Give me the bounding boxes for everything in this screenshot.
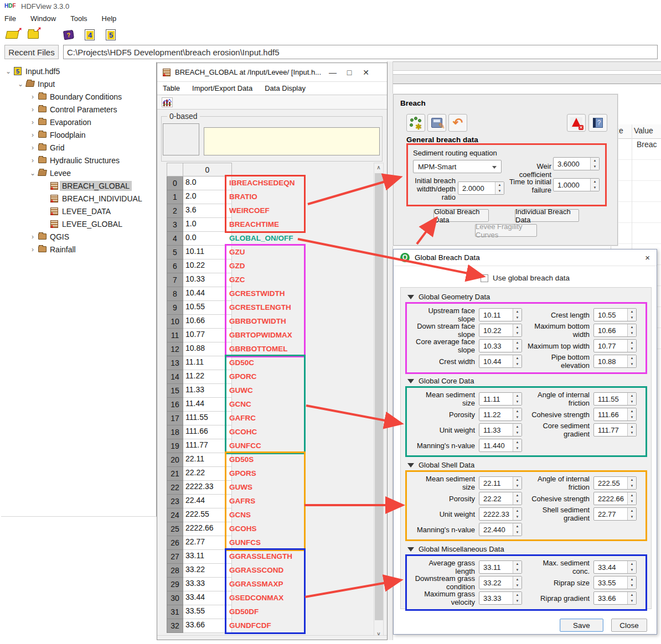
row-header[interactable]: 31	[167, 605, 183, 619]
table-window-titlebar[interactable]: BREACH_GLOBAL at /Input/Levee/ [Input.h.…	[157, 63, 387, 82]
menu-window[interactable]: Window	[30, 14, 56, 23]
table-cell[interactable]: 11.22	[183, 370, 232, 384]
row-header[interactable]: 19	[167, 439, 183, 453]
spinner-value[interactable]: 33.44	[594, 561, 627, 573]
table-cell[interactable]: 10.11	[183, 246, 232, 259]
hdf4-icon[interactable]	[82, 28, 97, 42]
spinner-arrows-icon[interactable]: ▲▼	[627, 393, 636, 405]
spinner-arrows-icon[interactable]: ▲▼	[513, 424, 521, 436]
row-header[interactable]: 27	[167, 550, 183, 564]
tree-item-boundary-conditions[interactable]: ›Boundary Conditions	[1, 90, 156, 103]
table-cell[interactable]: 1.0	[183, 218, 232, 232]
row-header[interactable]: 23	[167, 495, 183, 508]
row-header[interactable]: 6	[167, 259, 183, 273]
row-header[interactable]: 0	[167, 176, 183, 190]
tree-item-levee[interactable]: ⌄Levee	[1, 167, 156, 179]
menu-import-export[interactable]: Import/Export Data	[192, 84, 252, 92]
spinner-value[interactable]: 2222.66	[594, 492, 627, 505]
tree-item-input-hdf5[interactable]: ⌄5Input.hdf5	[1, 65, 156, 77]
scrollbar-thumb[interactable]	[375, 173, 383, 620]
table-cell[interactable]: 10.22	[183, 259, 232, 273]
table-cell[interactable]: 33.33	[183, 578, 232, 591]
spinner-arrows-icon[interactable]: ▲▼	[627, 355, 636, 367]
grid-column-header[interactable]: 0	[183, 163, 232, 176]
row-header[interactable]: 21	[167, 467, 183, 481]
table-cell[interactable]: 3.6	[183, 204, 232, 218]
field-spinner-pipe-bottom-elevation[interactable]: 10.88▲▼	[593, 355, 637, 368]
spinner-arrows-icon[interactable]: ▲▼	[513, 508, 521, 520]
tree-item-control-parameters[interactable]: ›Control Parameters	[1, 103, 156, 116]
table-cell[interactable]: 11.44	[183, 398, 232, 412]
tree-item-label[interactable]: Input	[35, 79, 57, 89]
spinner-arrows-icon[interactable]: ▲▼	[513, 561, 521, 573]
spinner-arrows-icon[interactable]: ▲▼	[627, 324, 636, 336]
tree-item-label[interactable]: Grid	[48, 143, 66, 153]
field-spinner-core-average-face-slope[interactable]: 10.33▲▼	[479, 339, 522, 352]
tree-expander-icon[interactable]: ›	[29, 118, 37, 126]
field-spinner-maximum-top-width[interactable]: 10.77▲▼	[593, 339, 637, 352]
cell-value-box[interactable]	[204, 127, 380, 155]
menu-data-display[interactable]: Data Display	[265, 84, 306, 92]
row-header[interactable]: 2	[167, 204, 183, 218]
spinner-value[interactable]: 222.55	[594, 477, 627, 489]
tree-expander-icon[interactable]: ›	[29, 233, 37, 241]
spinner-value[interactable]: 22.440	[479, 523, 513, 536]
row-header[interactable]: 25	[167, 522, 183, 536]
save-button[interactable]: Save	[560, 619, 603, 632]
spinner-value[interactable]: 10.44	[479, 355, 513, 367]
section-header-geometry[interactable]: Global Geometry Data	[407, 293, 490, 301]
row-header[interactable]: 20	[167, 453, 183, 467]
collapse-triangle-icon[interactable]	[407, 463, 414, 468]
section-header-core[interactable]: Global Core Data	[407, 377, 474, 385]
tree-item-label[interactable]: QGIS	[48, 232, 71, 242]
global-breach-data-button[interactable]: Global Breach Data	[433, 209, 489, 222]
table-cell[interactable]: 10.44	[183, 287, 232, 301]
time-to-failure-spinner[interactable]: 1.0000▲▼	[553, 178, 600, 191]
table-cell[interactable]: 22.77	[183, 536, 232, 550]
tree-expander-icon[interactable]: ›	[29, 93, 37, 101]
table-cell[interactable]: 22.11	[183, 453, 232, 467]
tree-expander-icon[interactable]: ⌄	[17, 80, 24, 88]
table-cell[interactable]: 10.77	[183, 329, 232, 342]
field-spinner-downstream-grass-condition[interactable]: 33.22▲▼	[479, 576, 522, 589]
row-header[interactable]: 22	[167, 481, 183, 495]
spinner-value[interactable]: 33.22	[479, 577, 513, 589]
spinner-arrows-icon[interactable]: ▲▼	[627, 340, 636, 352]
spinner-value[interactable]: 11.22	[479, 408, 513, 420]
field-spinner-manning-s-n-value[interactable]: 22.440▲▼	[479, 523, 522, 536]
initial-ratio-spinner[interactable]: 2.0000▲▼	[458, 181, 504, 195]
spinner-arrows-icon[interactable]: ▲▼	[627, 309, 636, 321]
section-header-shell[interactable]: Global Shell Data	[407, 461, 474, 469]
tree-item-floodplain[interactable]: ›Floodplain	[1, 128, 156, 141]
tree-item-label[interactable]: Input.hdf5	[23, 66, 62, 76]
collapse-triangle-icon[interactable]	[407, 379, 414, 383]
table-cell[interactable]: 222.55	[183, 508, 232, 522]
recent-files-button[interactable]: Recent Files	[4, 45, 59, 59]
field-spinner-porosity[interactable]: 11.22▲▼	[479, 408, 522, 421]
row-header[interactable]: 30	[167, 591, 183, 605]
spinner-arrows-icon[interactable]: ▲▼	[627, 592, 636, 604]
tree-item-label[interactable]: Rainfall	[48, 245, 78, 255]
menu-table[interactable]: Table	[163, 84, 180, 92]
row-header[interactable]: 9	[167, 301, 183, 315]
tree-item-label[interactable]: Boundary Conditions	[48, 92, 124, 102]
hdf5-icon[interactable]	[103, 28, 118, 42]
undo-icon[interactable]: ↶	[448, 114, 467, 132]
tree-item-levee-data[interactable]: LEVEE_DATA	[1, 205, 156, 217]
row-header[interactable]: 5	[167, 246, 183, 259]
spinner-arrows-icon[interactable]: ▲▼	[513, 408, 521, 420]
row-header[interactable]: 16	[167, 398, 183, 412]
table-cell[interactable]: 8.0	[183, 176, 232, 190]
table-cell[interactable]: 33.55	[183, 605, 232, 619]
tree-item-qgis[interactable]: ›QGIS	[1, 230, 156, 243]
spinner-arrows-icon[interactable]: ▲▼	[627, 424, 636, 436]
file-path-field[interactable]: C:\Projects\HDF5 Development\breach eros…	[63, 45, 658, 59]
field-spinner-angle-of-internal-friction[interactable]: 111.55▲▼	[593, 392, 637, 406]
table-cell[interactable]: 111.55	[183, 412, 232, 425]
row-header[interactable]: 17	[167, 412, 183, 425]
spinner-value[interactable]: 22.22	[479, 492, 513, 505]
field-spinner-riprap-gradient[interactable]: 33.66▲▼	[593, 591, 637, 605]
tree-item-evaporation[interactable]: ›Evaporation	[1, 116, 156, 128]
field-spinner-mean-sediment-size[interactable]: 22.11▲▼	[479, 476, 522, 490]
delete-triangulation-icon[interactable]	[567, 114, 586, 132]
